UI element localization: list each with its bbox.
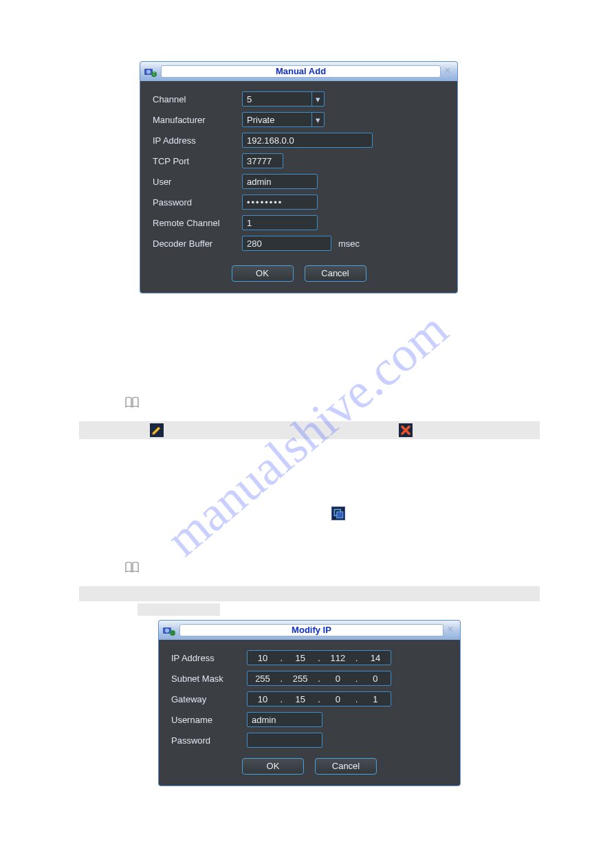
cancel-button[interactable]: Cancel bbox=[305, 265, 366, 282]
user-label: User bbox=[153, 177, 242, 187]
ok-button[interactable]: OK bbox=[232, 265, 294, 282]
gateway-label: Gateway bbox=[171, 694, 247, 704]
dialog-body: Channel 5 ▾ Manufacturer Private ▾ IP Ad… bbox=[140, 81, 457, 293]
camera-icon bbox=[162, 623, 175, 637]
gray-row bbox=[138, 603, 220, 616]
delete-icon[interactable] bbox=[399, 423, 413, 437]
tcp-input[interactable] bbox=[242, 153, 283, 168]
channel-value: 5 bbox=[247, 94, 252, 104]
manual-add-dialog: Manual Add × Channel 5 ▾ Manufacturer Pr… bbox=[140, 61, 458, 293]
modify-ip-icon[interactable] bbox=[331, 507, 345, 520]
ip-input[interactable] bbox=[242, 133, 373, 148]
ip-oct-3[interactable] bbox=[325, 653, 350, 663]
gateway-input[interactable]: . . . bbox=[247, 691, 391, 706]
remote-channel-label: Remote Channel bbox=[153, 218, 242, 228]
gw-oct-1[interactable] bbox=[250, 694, 275, 704]
username-input[interactable] bbox=[247, 712, 322, 727]
modify-ip-dialog: Modify IP × IP Address . . . Subnet Mask… bbox=[158, 620, 461, 786]
svg-point-7 bbox=[170, 630, 175, 636]
dialog-body: IP Address . . . Subnet Mask . . . bbox=[159, 640, 460, 786]
ip-label: IP Address bbox=[171, 653, 247, 663]
gw-oct-4[interactable] bbox=[363, 694, 388, 704]
manufacturer-label: Manufacturer bbox=[153, 115, 242, 125]
mask-oct-1[interactable] bbox=[250, 674, 275, 684]
svg-point-6 bbox=[165, 629, 169, 633]
book-icon bbox=[124, 561, 140, 573]
mask-oct-2[interactable] bbox=[288, 674, 313, 684]
password-input[interactable] bbox=[247, 733, 322, 748]
titlebar: Manual Add × bbox=[140, 62, 457, 81]
chevron-down-icon: ▾ bbox=[311, 113, 324, 126]
channel-select[interactable]: 5 ▾ bbox=[242, 91, 325, 107]
decoder-buffer-input[interactable] bbox=[242, 236, 331, 251]
dialog-title: Modify IP bbox=[179, 624, 443, 636]
ip-input[interactable]: . . . bbox=[247, 650, 391, 665]
username-label: Username bbox=[171, 715, 247, 725]
password-label: Password bbox=[153, 197, 242, 208]
ip-oct-2[interactable] bbox=[288, 653, 313, 663]
password-input[interactable] bbox=[242, 194, 318, 210]
close-icon[interactable]: × bbox=[442, 66, 453, 77]
mask-oct-4[interactable] bbox=[363, 674, 388, 684]
mask-label: Subnet Mask bbox=[171, 674, 247, 684]
book-icon bbox=[124, 396, 140, 408]
manufacturer-value: Private bbox=[247, 115, 274, 125]
tcp-label: TCP Port bbox=[153, 156, 242, 166]
svg-point-1 bbox=[146, 70, 151, 74]
ip-oct-1[interactable] bbox=[250, 653, 275, 663]
gw-oct-3[interactable] bbox=[325, 694, 350, 704]
chevron-down-icon: ▾ bbox=[311, 92, 324, 106]
gw-oct-2[interactable] bbox=[288, 694, 313, 704]
user-input[interactable] bbox=[242, 174, 318, 189]
edit-icon[interactable] bbox=[150, 423, 164, 437]
ip-oct-4[interactable] bbox=[363, 653, 388, 663]
toolbar-row bbox=[79, 421, 540, 439]
password-label: Password bbox=[171, 735, 247, 746]
ok-button[interactable]: OK bbox=[242, 758, 304, 775]
manufacturer-select[interactable]: Private ▾ bbox=[242, 112, 325, 127]
gray-row bbox=[79, 586, 540, 601]
camera-icon bbox=[143, 65, 157, 78]
titlebar: Modify IP × bbox=[159, 621, 460, 640]
mask-input[interactable]: . . . bbox=[247, 671, 391, 686]
mask-oct-3[interactable] bbox=[325, 674, 350, 684]
decoder-buffer-label: Decoder Buffer bbox=[153, 238, 242, 249]
ip-label: IP Address bbox=[153, 135, 242, 146]
channel-label: Channel bbox=[153, 94, 242, 104]
dialog-title: Manual Add bbox=[161, 65, 441, 78]
svg-rect-4 bbox=[337, 512, 343, 518]
cancel-button[interactable]: Cancel bbox=[315, 758, 377, 775]
decoder-suffix: msec bbox=[338, 238, 360, 249]
close-icon[interactable]: × bbox=[445, 625, 456, 636]
remote-channel-input[interactable] bbox=[242, 215, 318, 230]
